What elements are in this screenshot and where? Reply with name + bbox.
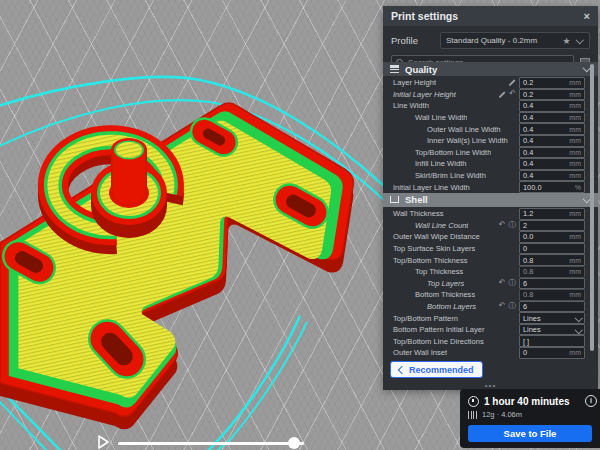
setting-value-cell: 0.2mm: [519, 89, 585, 101]
playback-bar: [96, 434, 110, 450]
setting-label: Bottom Thickness: [393, 290, 475, 299]
close-icon[interactable]: ×: [584, 10, 590, 22]
setting-label: Outer Wall Wipe Distance: [393, 232, 480, 241]
setting-value: 0.4: [523, 136, 533, 145]
setting-unit: mm: [569, 137, 581, 144]
section-label: Quality: [405, 64, 437, 75]
setting-unit: %: [575, 184, 581, 191]
playback-slider-track[interactable]: [118, 442, 304, 445]
setting-value-field[interactable]: 0.4mm: [519, 147, 585, 159]
setting-dropdown[interactable]: Lines: [519, 312, 585, 324]
setting-row: Top Thickness0.8mm: [383, 266, 598, 278]
setting-value-field[interactable]: 6: [519, 301, 585, 313]
setting-value-field[interactable]: 0.4mm: [519, 135, 585, 147]
setting-unit: mm: [569, 91, 581, 98]
recommended-label: Recommended: [409, 365, 474, 375]
revert-icon[interactable]: [499, 302, 506, 310]
setting-value-field[interactable]: 0.8mm: [519, 266, 585, 278]
setting-label: Initial Layer Height: [393, 90, 456, 99]
setting-label: Infill Line Width: [393, 159, 467, 168]
setting-label: Wall Line Width: [393, 113, 467, 122]
setting-label: Initial Layer Line Width: [393, 183, 470, 192]
profile-dropdown[interactable]: Standard Quality - 0.2mm ★: [440, 32, 590, 49]
setting-row: Initial Layer Height0.2mm: [383, 89, 598, 101]
setting-value-cell: Lines: [519, 312, 585, 324]
setting-value-field[interactable]: 1.2mm: [519, 208, 585, 220]
setting-value-field[interactable]: 0.4mm: [519, 158, 585, 170]
setting-icons: [499, 302, 519, 310]
setting-value: 0.8: [523, 256, 533, 265]
play-button[interactable]: [96, 434, 110, 450]
setting-value-field[interactable]: 6: [519, 278, 585, 290]
setting-icons: [497, 90, 519, 98]
setting-value-cell: 1.2mm: [519, 208, 585, 220]
setting-value-field[interactable]: 0.8mm: [519, 289, 585, 301]
chevron-down-icon: [582, 64, 590, 72]
favorite-star-icon[interactable]: ★: [562, 36, 570, 46]
model-part[interactable]: [0, 103, 353, 429]
setting-row: Skirt/Brim Line Width0.4mm: [383, 170, 598, 182]
setting-value: 0.4: [523, 159, 533, 168]
setting-value-cell: 0.4mm: [519, 112, 585, 124]
setting-value-cell: 0.0mm: [519, 231, 585, 243]
setting-value-cell: 0.4mm: [519, 100, 585, 112]
setting-value: 0.4: [523, 125, 533, 134]
setting-label: Outer Wall Line Width: [393, 125, 501, 134]
info-icon[interactable]: i: [585, 395, 597, 407]
setting-value-field[interactable]: 0.4mm: [519, 112, 585, 124]
revert-icon[interactable]: [509, 90, 516, 98]
setting-value: 0.4: [523, 101, 533, 110]
section-header-shell[interactable]: Shell: [383, 193, 598, 207]
setting-value: 0.2: [523, 78, 533, 87]
setting-value-cell: [ ]: [519, 335, 585, 347]
setting-value-field[interactable]: 0.4mm: [519, 170, 585, 182]
setting-row: Initial Layer Line Width100.0%: [383, 181, 598, 193]
setting-label: Outer Wall Inset: [393, 348, 447, 357]
setting-row: Infill Line Width0.4mm: [383, 158, 598, 170]
setting-row: Top/Bottom Line Directions[ ]: [383, 335, 598, 347]
print-estimate-box: 1 hour 40 minutes i 12g · 4.06m Save to …: [460, 389, 600, 448]
recommended-button[interactable]: Recommended: [390, 361, 483, 378]
setting-value-field[interactable]: 0.4mm: [519, 100, 585, 112]
setting-unit: mm: [569, 291, 581, 298]
setting-value: 1.2: [523, 209, 533, 218]
setting-row: Top Layers6: [383, 278, 598, 290]
setting-value-field[interactable]: 0.2mm: [519, 89, 585, 101]
setting-row: Outer Wall Line Width0.4mm: [383, 123, 598, 135]
setting-dropdown[interactable]: Lines: [519, 324, 585, 336]
setting-label: Top Thickness: [393, 267, 463, 276]
setting-value-cell: 6: [519, 301, 585, 313]
setting-unit: mm: [569, 172, 581, 179]
setting-value-field[interactable]: 0.0mm: [519, 231, 585, 243]
setting-value-cell: 100.0%: [519, 181, 585, 193]
setting-value-cell: 0.4mm: [519, 147, 585, 159]
setting-value-field[interactable]: 0.2mm: [519, 77, 585, 89]
info-icon: [509, 279, 517, 287]
setting-value-field[interactable]: 0mm: [519, 347, 585, 359]
setting-value: 100.0: [523, 183, 542, 192]
setting-value-field[interactable]: 0: [519, 243, 585, 255]
chevron-down-icon: [575, 36, 583, 44]
setting-value-cell: 0.2mm: [519, 77, 585, 89]
settings-scrollbar[interactable]: [590, 64, 595, 351]
setting-icons: [499, 279, 519, 287]
setting-value-field[interactable]: 0.4mm: [519, 123, 585, 135]
playback-slider-handle[interactable]: [288, 437, 300, 449]
setting-icons: [507, 79, 519, 87]
setting-value: 0.2: [523, 90, 533, 99]
setting-label: Wall Thickness: [393, 209, 444, 218]
setting-value-field[interactable]: 0.8mm: [519, 254, 585, 266]
setting-value-cell: 0.4mm: [519, 123, 585, 135]
revert-icon[interactable]: [499, 279, 506, 287]
setting-value: 2: [523, 221, 527, 230]
chevron-down-icon: [574, 326, 582, 334]
setting-icons: [499, 221, 519, 229]
chevron-left-icon: [398, 365, 406, 373]
revert-icon[interactable]: [499, 221, 506, 229]
setting-value-field[interactable]: 100.0%: [519, 181, 585, 193]
section-header-quality[interactable]: Quality: [383, 62, 598, 76]
save-to-file-button[interactable]: Save to File: [468, 425, 592, 442]
setting-value-field[interactable]: 2: [519, 220, 585, 232]
panel-header[interactable]: Print settings ×: [383, 6, 598, 26]
setting-value-field[interactable]: [ ]: [519, 335, 585, 347]
